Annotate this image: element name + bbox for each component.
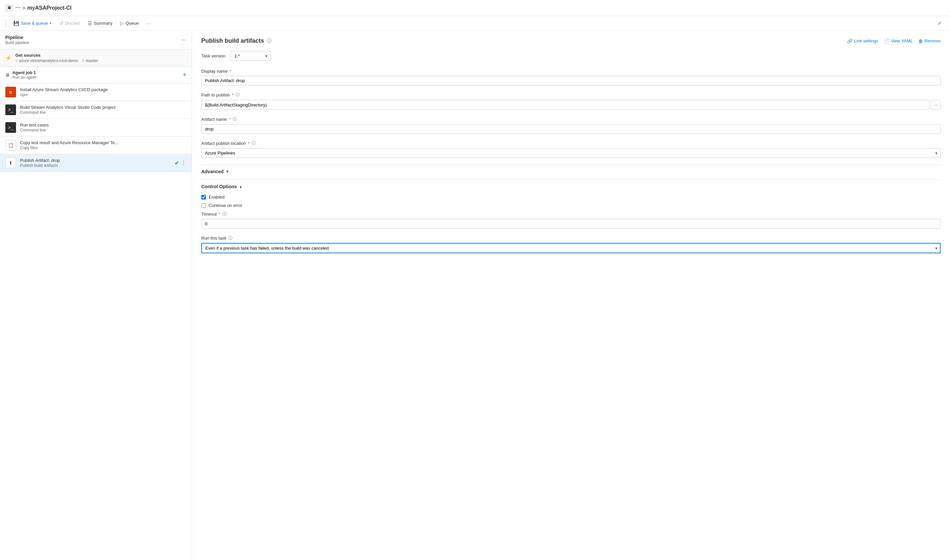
task-detail-header: Publish build artifacts ⓘ 🔗 Link setting… <box>201 37 941 45</box>
artifact-name-input[interactable] <box>201 124 941 134</box>
branch-name: master <box>86 58 98 63</box>
artifact-publish-location-info-icon[interactable]: ⓘ <box>252 140 256 146</box>
enabled-checkbox[interactable] <box>201 195 206 200</box>
timeout-label-text: Timeout <box>201 212 217 217</box>
expand-button[interactable]: ⤢ <box>934 19 945 28</box>
task-item-publish[interactable]: ⬆ Publish Artifact: drop Publish build a… <box>0 154 192 172</box>
queue-button[interactable]: ▷ Queue <box>117 19 142 28</box>
task-content-test: Run test cases Command line <box>20 123 186 132</box>
agent-job-info: Agent job 1 Run on agent <box>12 70 36 80</box>
discard-label: Discard <box>65 21 80 26</box>
task-item-copy[interactable]: 📋 Copy test result and Azure Resource Ma… <box>0 137 192 154</box>
artifact-publish-location-required: * <box>248 141 250 146</box>
agent-job-left: 🖥 Agent job 1 Run on agent <box>5 70 36 80</box>
link-settings-button[interactable]: 🔗 Link settings <box>847 38 878 44</box>
breadcrumb-dots[interactable]: ··· <box>15 4 20 11</box>
expand-icon: ⤢ <box>938 21 941 26</box>
task-detail-title: Publish build artifacts <box>201 37 264 45</box>
continue-on-error-label[interactable]: Continue on error <box>209 203 242 208</box>
task-item-install[interactable]: n Install Azure Stream Analytics CI/CD p… <box>0 83 192 101</box>
toolbar-divider <box>5 19 6 28</box>
advanced-expand-icon: ▾ <box>226 169 228 174</box>
path-more-button[interactable]: ··· <box>931 100 941 110</box>
timeout-info-icon[interactable]: ⓘ <box>223 211 227 217</box>
toolbar-more-button[interactable]: ··· <box>143 19 154 28</box>
task-item-test[interactable]: >_ Run test cases Command line <box>0 119 192 137</box>
link-settings-label: Link settings <box>854 38 878 43</box>
remove-button[interactable]: 🗑 Remove <box>918 38 941 44</box>
artifact-name-required: * <box>229 117 231 122</box>
task-name-install: Install Azure Stream Analytics CI/CD pac… <box>20 87 186 92</box>
run-this-task-info-icon[interactable]: ⓘ <box>228 235 232 241</box>
artifact-publish-location-select-wrapper: Azure Pipelines File share ▾ <box>201 148 941 158</box>
continue-on-error-checkbox[interactable] <box>201 203 206 208</box>
run-this-task-label: Run this task ⓘ <box>201 235 941 241</box>
task-more-button[interactable]: ⋮ <box>181 160 186 166</box>
summary-button[interactable]: ☰ Summary <box>85 19 116 28</box>
path-to-publish-input[interactable] <box>201 100 929 110</box>
path-to-publish-label-text: Path to publish <box>201 92 230 97</box>
add-task-button[interactable]: + <box>183 71 186 78</box>
agent-job-subtitle: Run on agent <box>12 75 36 80</box>
save-icon: 💾 <box>13 21 19 26</box>
view-yaml-icon: 📄 <box>884 38 889 44</box>
queue-label: Queue <box>126 21 139 26</box>
discard-button[interactable]: ↺ Discard <box>56 19 83 28</box>
display-name-input[interactable] <box>201 76 941 85</box>
get-sources-item[interactable]: ⚡ Get sources ⑂ azure-streamanalytics-ci… <box>0 49 192 67</box>
task-item-build[interactable]: >_ Build Stream Analytics Visual Studio … <box>0 101 192 119</box>
get-sources-title: Get sources <box>15 53 98 58</box>
task-name-copy: Copy test result and Azure Resource Mana… <box>20 140 186 145</box>
agent-job-title: Agent job 1 <box>12 70 36 75</box>
display-name-field: Display name * <box>201 69 941 85</box>
display-name-required: * <box>229 69 231 74</box>
control-options-section-header[interactable]: Control Options ▴ <box>201 180 941 193</box>
timeout-label: Timeout * ⓘ <box>201 211 941 217</box>
task-version-row: Task version 1.* 0.* ▾ <box>201 51 941 61</box>
run-this-task-select[interactable]: Even if a previous task has failed, unle… <box>201 243 941 253</box>
advanced-section-header[interactable]: Advanced ▾ <box>201 165 941 178</box>
pipeline-more-button[interactable]: ··· <box>181 36 186 43</box>
view-yaml-label: View YAML <box>891 38 913 43</box>
get-sources-icon: ⚡ <box>5 55 12 61</box>
task-name-publish: Publish Artifact: drop <box>20 158 171 163</box>
view-yaml-button[interactable]: 📄 View YAML <box>884 38 913 44</box>
toolbar: 💾 Save & queue ▾ ↺ Discard ☰ Summary ▷ Q… <box>0 16 950 31</box>
task-detail-info-icon[interactable]: ⓘ <box>267 38 271 44</box>
repo-icon: ⑂ <box>15 58 18 63</box>
continue-on-error-checkbox-row: Continue on error <box>201 203 941 208</box>
task-content-publish: Publish Artifact: drop Publish build art… <box>20 158 171 168</box>
task-icon-build: >_ <box>5 105 16 115</box>
artifact-name-info-icon[interactable]: ⓘ <box>232 117 237 122</box>
task-subtitle-test: Command line <box>20 128 46 132</box>
save-queue-button[interactable]: 💾 Save & queue ▾ <box>10 19 55 28</box>
task-version-select[interactable]: 1.* 0.* <box>231 51 271 61</box>
task-detail-title-group: Publish build artifacts ⓘ <box>201 37 271 45</box>
control-options-label: Control Options <box>201 184 237 189</box>
artifact-name-label-text: Artifact name <box>201 117 227 122</box>
task-icon-test: >_ <box>5 122 16 133</box>
timeout-input[interactable] <box>201 219 941 229</box>
repo-name: azure-streamanalytics-cicd-demo <box>19 58 78 63</box>
enabled-checkbox-row: Enabled <box>201 195 941 200</box>
enabled-label[interactable]: Enabled <box>209 195 225 200</box>
timeout-field: Timeout * ⓘ <box>201 211 941 229</box>
path-to-publish-info-icon[interactable]: ⓘ <box>236 92 240 98</box>
get-sources-branch: ⑂ master <box>82 58 98 63</box>
left-panel: Pipeline Build pipeline ··· ⚡ Get source… <box>0 31 192 560</box>
artifact-publish-location-field: Artifact publish location * ⓘ Azure Pipe… <box>201 140 941 158</box>
path-to-publish-field: Path to publish * ⓘ ··· <box>201 92 941 110</box>
artifact-publish-location-select[interactable]: Azure Pipelines File share <box>201 148 941 158</box>
control-options-expand-icon: ▴ <box>240 184 242 189</box>
summary-icon: ☰ <box>88 21 92 26</box>
toolbar-more-icon: ··· <box>146 21 151 26</box>
artifact-name-label: Artifact name * ⓘ <box>201 117 941 122</box>
task-content-copy: Copy test result and Azure Resource Mana… <box>20 140 186 150</box>
app-icon: 🏛 <box>5 4 13 12</box>
task-content-install: Install Azure Stream Analytics CI/CD pac… <box>20 87 186 97</box>
path-to-publish-input-row: ··· <box>201 100 941 110</box>
advanced-label: Advanced <box>201 169 224 174</box>
run-this-task-label-text: Run this task <box>201 235 226 241</box>
page-title: myASAProject-CI <box>28 5 71 11</box>
breadcrumb: 🏛 ··· > myASAProject-CI <box>5 4 71 12</box>
